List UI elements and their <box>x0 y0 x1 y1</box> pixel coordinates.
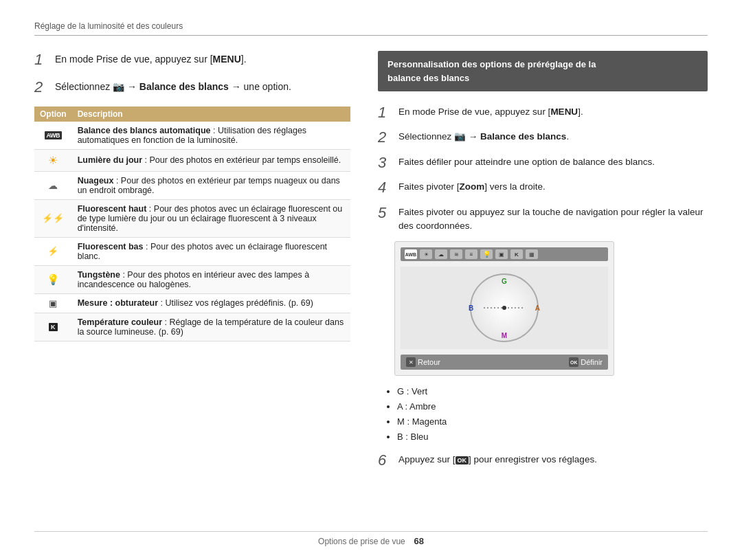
icon-awb: AWB <box>45 131 63 139</box>
cam-back-label: Retour <box>418 358 440 366</box>
dial-a-label: A <box>535 304 540 312</box>
camera-bottom-bar: ✕ Retour OK Définir <box>401 355 608 370</box>
table-row: ☀ Lumière du jour : Pour des photos en e… <box>34 149 350 171</box>
circle-dial: G A M B <box>470 273 539 342</box>
option-icon-cell-2: ☁ <box>34 171 72 199</box>
bullet-list: G : VertA : AmbreM : MagentaB : Bleu <box>397 384 708 445</box>
col-header-desc: Description <box>72 107 350 122</box>
breadcrumb: Réglage de la luminosité et des couleurs <box>34 21 708 36</box>
option-icon-cell-3: ⚡⚡ <box>34 199 72 237</box>
right-step-text-5: Faites pivoter ou appuyez sur la touche … <box>398 204 708 234</box>
right-step-num-4: 4 <box>378 179 394 197</box>
right-step-text-1: En mode Prise de vue, appuyez sur [MENU]… <box>398 104 583 119</box>
option-desc-cell-0: Balance des blancs automatique : Utilisa… <box>72 122 350 150</box>
cam-icon-f2: ≡ <box>465 249 477 259</box>
option-desc-bold-7: Température couleur <box>78 317 162 327</box>
option-icon-cell-1: ☀ <box>34 149 72 171</box>
table-row: ▣ Mesure : obturateur : Utilisez vos rég… <box>34 293 350 313</box>
right-step-text-4: Faites pivoter [Zoom] vers la droite. <box>398 179 546 194</box>
bullet-item: G : Vert <box>397 384 708 399</box>
right-step-num-5: 5 <box>378 204 394 222</box>
dial-g-label: G <box>502 278 507 285</box>
icon-fluor-l: ⚡ <box>47 246 58 256</box>
right-step-text-3: Faites défiler pour atteindre une option… <box>398 154 655 169</box>
step-text-2: Sélectionnez 📷 → Balance des blancs → un… <box>55 78 291 94</box>
cam-icon-awb: AWB <box>405 249 417 259</box>
bullet-item: A : Ambre <box>397 399 708 414</box>
table-row: AWB Balance des blancs automatique : Uti… <box>34 122 350 150</box>
footer-label: Options de prise de vue <box>318 537 405 546</box>
cam-icon-sun: ☀ <box>420 249 432 259</box>
option-desc-cell-3: Fluorescent haut : Pour des photos avec … <box>72 199 350 237</box>
camera-top-bar: AWB ☀ ☁ ≋ ≡ 💡 ▣ K ▦ <box>401 247 608 261</box>
option-table: Option Description AWB Balance des blanc… <box>34 107 350 341</box>
cam-btn-back: ✕ Retour <box>406 357 440 367</box>
step-num-1: 1 <box>34 51 51 69</box>
step-2: 2 Sélectionnez 📷 → Balance des blancs → … <box>34 78 350 96</box>
right-step-5: 5 Faites pivoter ou appuyez sur la touch… <box>378 204 708 234</box>
right-step-4: 4 Faites pivoter [Zoom] vers la droite. <box>378 179 708 197</box>
table-row: ⚡⚡ Fluorescent haut : Pour des photos av… <box>34 199 350 237</box>
step-text-1: En mode Prise de vue, appuyez sur [MENU]… <box>55 51 247 67</box>
icon-k: K <box>49 323 58 331</box>
right-step-num-3: 3 <box>378 154 394 172</box>
option-desc-cell-4: Fluorescent bas : Pour des photos avec u… <box>72 237 350 265</box>
camera-main-area: G A M B <box>401 267 608 349</box>
right-step-text-6: Appuyez sur [OK] pour enregistrer vos ré… <box>398 451 597 467</box>
right-step-num-1: 1 <box>378 104 394 122</box>
option-icon-cell-5: 💡 <box>34 265 72 293</box>
icon-cloud: ☁ <box>48 180 58 191</box>
cam-ok-icon: OK <box>569 357 578 367</box>
zoom-keyword: Zoom <box>460 181 485 192</box>
step-1: 1 En mode Prise de vue, appuyez sur [MEN… <box>34 51 350 69</box>
cam-icon-k: K <box>510 249 523 259</box>
dial-m-label: M <box>502 332 507 339</box>
icon-custom: ▣ <box>49 298 57 309</box>
cam-btn-ok: OK Définir <box>569 357 603 367</box>
balance-blancs-r: → Balance des blancs <box>469 131 567 142</box>
option-desc-bold-2: Nuageux <box>78 176 114 186</box>
balance-blancs-label: → Balance des blancs <box>127 81 229 92</box>
col-header-option: Option <box>34 107 72 122</box>
page-footer: Options de prise de vue 68 <box>34 531 708 546</box>
right-step-num-2: 2 <box>378 128 394 146</box>
menu-keyword-r1: MENU <box>550 107 578 117</box>
option-desc-bold-4: Fluorescent bas <box>78 242 144 251</box>
icon-tungsten: 💡 <box>47 273 60 286</box>
cam-icon-custom: ▣ <box>495 249 508 259</box>
cam-back-icon: ✕ <box>406 357 416 367</box>
table-row: 💡 Tungstène : Pour des photos en intérie… <box>34 265 350 293</box>
cam-icon-f1: ≋ <box>450 249 462 259</box>
right-step-3: 3 Faites défiler pour atteindre une opti… <box>378 154 708 172</box>
right-step-num-6: 6 <box>378 451 394 469</box>
option-desc-bold-5: Tungstène <box>78 270 120 280</box>
table-row: K Température couleur : Réglage de la te… <box>34 313 350 341</box>
ok-icon-inline: OK <box>456 456 469 464</box>
option-desc-bold-6: Mesure : obturateur <box>78 298 158 308</box>
cam-icon-cloud: ☁ <box>435 249 447 259</box>
dial-b-label: B <box>469 304 473 312</box>
option-desc-bold-0: Balance des blancs automatique <box>78 126 211 135</box>
step-num-2: 2 <box>34 78 51 96</box>
menu-keyword-1: MENU <box>213 54 241 65</box>
option-icon-cell-4: ⚡ <box>34 237 72 265</box>
cam-icon-tungsten: 💡 <box>480 249 493 259</box>
bullet-item: M : Magenta <box>397 414 708 429</box>
icon-fluor-h: ⚡⚡ <box>42 213 64 223</box>
cam-ok-label: Définir <box>581 358 603 366</box>
cam-icon-grid: ▦ <box>526 249 538 259</box>
option-icon-cell-0: AWB <box>34 122 72 150</box>
option-desc-cell-2: Nuageux : Pour des photos en extérieur p… <box>72 171 350 199</box>
highlight-box: Personnalisation des options de prérégla… <box>378 51 708 91</box>
option-desc-cell-6: Mesure : obturateur : Utilisez vos régla… <box>72 293 350 313</box>
right-step-text-2: Sélectionnez 📷 → Balance des blancs. <box>398 128 569 144</box>
option-desc-cell-5: Tungstène : Pour des photos en intérieur… <box>72 265 350 293</box>
right-column: Personnalisation des options de prérégla… <box>378 51 708 524</box>
dial-center-dot <box>502 306 506 310</box>
option-desc-bold-1: Lumière du jour <box>78 155 142 165</box>
left-column: 1 En mode Prise de vue, appuyez sur [MEN… <box>34 51 350 524</box>
option-icon-cell-6: ▣ <box>34 293 72 313</box>
bullet-item: B : Bleu <box>397 429 708 445</box>
footer-page-num: 68 <box>414 536 423 546</box>
option-icon-cell-7: K <box>34 313 72 341</box>
